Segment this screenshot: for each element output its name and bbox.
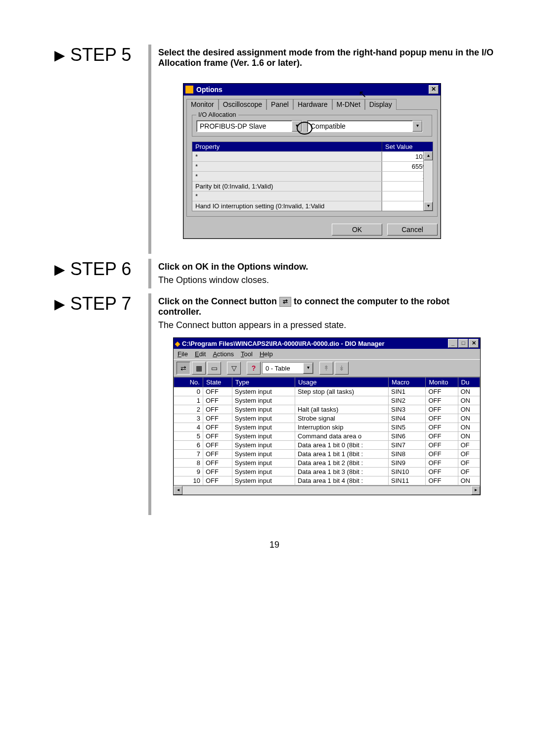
step-6-label: ▶ STEP 6 bbox=[54, 259, 148, 280]
table-row[interactable]: 5OFFSystem inputCommand data area oSIN6O… bbox=[174, 432, 480, 441]
chevron-down-icon[interactable]: ▾ bbox=[292, 121, 302, 132]
col-monito: Monito bbox=[426, 378, 458, 387]
tool-btn-2[interactable]: ▦ bbox=[192, 362, 206, 375]
io-allocation-group: I/O Allocation PROFIBUS-DP Slave ▾ Compa… bbox=[192, 115, 432, 137]
dio-title: C:\Program Files\WINCAPS2\IRA-0000\IRA-0… bbox=[182, 340, 385, 347]
ok-button[interactable]: OK bbox=[332, 224, 382, 236]
property-row[interactable]: *16 bbox=[192, 171, 433, 181]
tool-btn-filter[interactable]: ▽ bbox=[227, 362, 241, 375]
table-row[interactable]: 2OFFSystem inputHalt (all tasks)SIN3OFFO… bbox=[174, 405, 480, 414]
col-macro: Macro bbox=[388, 378, 425, 387]
scroll-left-icon[interactable]: ◂ bbox=[174, 486, 182, 495]
step-6-heading: Click on OK in the Options window. bbox=[158, 262, 308, 272]
tab-oscilloscope[interactable]: Oscilloscope bbox=[219, 99, 267, 110]
menu-edit[interactable]: Edit bbox=[195, 350, 206, 358]
table-row[interactable]: 9OFFSystem inputData area 1 bit 3 (8bit … bbox=[174, 468, 480, 476]
dio-title-bar: ◆ C:\Program Files\WINCAPS2\IRA-0000\IRA… bbox=[174, 338, 480, 349]
menu-file[interactable]: File bbox=[178, 350, 188, 358]
triangle-icon: ▶ bbox=[54, 296, 65, 312]
vertical-scrollbar[interactable]: ▴ ▾ bbox=[423, 151, 433, 211]
tab-display[interactable]: Display bbox=[365, 99, 397, 110]
table-row[interactable]: 7OFFSystem inputData area 1 bit 1 (8bit … bbox=[174, 450, 480, 459]
property-row[interactable]: *65599 bbox=[192, 161, 433, 171]
cancel-button[interactable]: Cancel bbox=[387, 224, 438, 236]
chevron-down-icon[interactable]: ▾ bbox=[303, 363, 313, 374]
step-6-body: The Options window closes. bbox=[158, 275, 494, 285]
scroll-down-icon[interactable]: ▾ bbox=[424, 202, 433, 211]
col-setvalue: Set Value bbox=[382, 142, 433, 151]
table-row[interactable]: 8OFFSystem inputData area 1 bit 2 (8bit … bbox=[174, 459, 480, 468]
tool-btn-up[interactable]: ↟ bbox=[319, 362, 333, 375]
tool-btn-down[interactable]: ↡ bbox=[335, 362, 349, 375]
options-title: Options bbox=[196, 86, 222, 94]
table-row[interactable]: 1OFFSystem inputSIN2OFFON bbox=[174, 396, 480, 405]
options-tabs: Monitor Oscilloscope Panel Hardware M-DN… bbox=[183, 95, 441, 109]
property-row[interactable]: *1 bbox=[192, 191, 433, 201]
page-number: 19 bbox=[54, 540, 494, 550]
toolbar: ⇄ ▦ ▭ ▽ ? 0 - Table ▾ ↟ ↡ bbox=[174, 359, 480, 377]
property-row[interactable]: Hand IO interruption setting (0:Invalid,… bbox=[192, 201, 433, 211]
tool-btn-help[interactable]: ? bbox=[247, 362, 261, 375]
col-usage: Usage bbox=[295, 378, 388, 387]
connect-button[interactable]: ⇄ bbox=[177, 362, 190, 375]
table-row[interactable]: 6OFFSystem inputData area 1 bit 0 (8bit … bbox=[174, 441, 480, 450]
tab-hardware[interactable]: Hardware bbox=[293, 99, 332, 110]
tab-mdnet[interactable]: M-DNet bbox=[332, 99, 365, 110]
connect-icon: ⇄ bbox=[279, 297, 291, 307]
triangle-icon: ▶ bbox=[54, 47, 65, 63]
col-state: State bbox=[203, 378, 232, 387]
step-7-heading-a: Click on the Connect button bbox=[158, 296, 279, 306]
maximize-icon[interactable]: □ bbox=[458, 339, 468, 348]
table-row[interactable]: 10OFFSystem inputData area 1 bit 4 (8bit… bbox=[174, 476, 480, 485]
io-grid: No. State Type Usage Macro Monito Du 0OF… bbox=[174, 377, 480, 485]
col-du: Du bbox=[458, 378, 480, 387]
step-7-body: The Connect button appears in a pressed … bbox=[158, 320, 494, 331]
step-5-heading: Select the desired assignment mode from … bbox=[158, 47, 493, 68]
step-7-label: ▶ STEP 7 bbox=[54, 293, 148, 314]
app-icon: ◆ bbox=[175, 340, 180, 347]
col-property: Property bbox=[192, 142, 382, 151]
step-7: ▶ STEP 7 Click on the Connect button ⇄ t… bbox=[54, 293, 494, 515]
menu-bar: File Edit Actions Tool Help bbox=[174, 349, 480, 359]
menu-help[interactable]: Help bbox=[260, 350, 273, 358]
minimize-icon[interactable]: _ bbox=[448, 339, 458, 348]
options-window-icon bbox=[185, 86, 193, 94]
table-combo[interactable]: 0 - Table ▾ bbox=[262, 362, 313, 374]
property-row[interactable]: *1024 bbox=[192, 151, 433, 161]
options-dialog: Options ✕ Monitor Oscilloscope Panel Har… bbox=[183, 83, 441, 239]
options-title-bar: Options ✕ bbox=[183, 84, 441, 95]
tab-panel[interactable]: Panel bbox=[267, 99, 293, 110]
step-5: ▶ STEP 5 Select the desired assignment m… bbox=[54, 45, 494, 254]
step-5-label: ▶ STEP 5 bbox=[54, 45, 148, 65]
horizontal-scrollbar[interactable]: ◂ ▸ bbox=[174, 485, 480, 495]
col-no: No. bbox=[174, 378, 203, 387]
table-row[interactable]: 4OFFSystem inputInterruption skipSIN5OFF… bbox=[174, 423, 480, 432]
scroll-right-icon[interactable]: ▸ bbox=[471, 486, 480, 495]
chevron-down-icon[interactable]: ▾ bbox=[412, 121, 422, 132]
scroll-up-icon[interactable]: ▴ bbox=[424, 151, 433, 160]
menu-tool[interactable]: Tool bbox=[241, 350, 253, 358]
close-icon[interactable]: ✕ bbox=[469, 339, 479, 348]
step-5-text: STEP 5 bbox=[70, 45, 131, 65]
io-allocation-legend: I/O Allocation bbox=[196, 111, 238, 118]
close-icon[interactable]: ✕ bbox=[429, 85, 439, 94]
property-table: Property Set Value *1024*65599*16Parity … bbox=[192, 142, 433, 211]
step-6: ▶ STEP 6 Click on OK in the Options wind… bbox=[54, 259, 494, 288]
triangle-icon: ▶ bbox=[54, 261, 65, 278]
tool-btn-3[interactable]: ▭ bbox=[207, 362, 221, 375]
allocation-dropdown[interactable]: PROFIBUS-DP Slave ▾ bbox=[196, 120, 302, 132]
menu-actions[interactable]: Actions bbox=[213, 350, 234, 358]
dio-manager-window: ◆ C:\Program Files\WINCAPS2\IRA-0000\IRA… bbox=[173, 337, 481, 495]
compat-dropdown[interactable]: Compatible ▾ bbox=[307, 120, 423, 132]
tab-monitor[interactable]: Monitor bbox=[186, 99, 219, 110]
property-row[interactable]: Parity bit (0:Invalid, 1:Valid)1 bbox=[192, 181, 433, 191]
table-row[interactable]: 3OFFSystem inputStrobe signalSIN4OFFON bbox=[174, 414, 480, 423]
table-row[interactable]: 0OFFSystem inputStep stop (all tasks)SIN… bbox=[174, 387, 480, 396]
col-type: Type bbox=[232, 378, 295, 387]
